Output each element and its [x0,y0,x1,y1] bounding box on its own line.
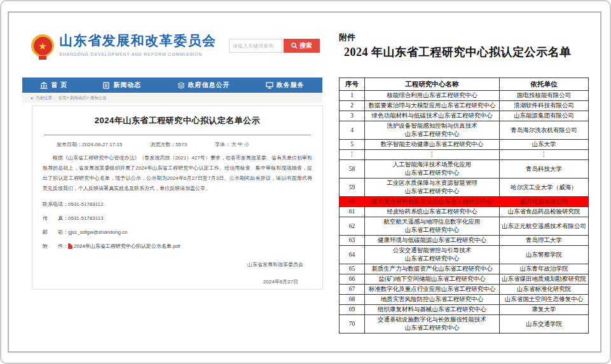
row-org: 山东交通学院 [500,315,589,334]
nav-item-news[interactable]: 新闻动态 [103,81,141,90]
row-no: ⋮ [340,150,365,160]
row-no: 3 [340,111,365,121]
row-no: 58 [340,160,365,179]
publish-date-value: 2024-06-27 17:15 [82,142,122,147]
contact-fax-value: 0531-51783113 [68,215,103,221]
row-center-name: 核能综合利用山东省工程研究中心 [365,91,500,101]
gov-website-panel: ★ 山东省发展和改革委员会 SHANDONG DEVELOPMENT AND R… [9,13,327,351]
emblem-ribbon [39,56,46,60]
header-org: 依托单位 [500,78,589,91]
contact-email-value: gjsc_sdfgw@shandong.cn [68,229,128,235]
breadcrumb-path[interactable]: 首页> 新闻动态> 通知公告 [58,95,106,101]
row-org: 青岛科技大学 [500,160,589,179]
row-no: 69 [340,305,365,315]
row-org: 山东警察学院 [500,246,589,264]
font-size-large[interactable]: 大 [231,142,237,147]
row-no: 5 [340,140,365,150]
row-org: 山东大学 [500,140,589,150]
row-no: 70 [340,315,365,334]
table-row: 62航空航天遥感与地理信息数字化应用 山东省工程研究中心山东正元航空遥感技术有限… [340,217,589,236]
row-org: 山东正元航空遥感技术有限公司 [500,217,589,236]
font-size-small[interactable]: 小 [244,142,249,147]
row-no: 67 [340,285,365,295]
row-no: 4 [340,121,365,140]
table-row: 60橡胶复合材料创新及应用山东省工程研究中心威力轮胎有限公司 [340,197,589,207]
row-center-name: 绿色功能材料与低碳技术山东省工程研究中心 [365,111,500,121]
row-org: 浪潮软件科技有限公司 [500,101,589,111]
row-center-name: 数字智能主动健康山东省工程研究中心 [365,140,500,150]
attachment-document-panel: 附件 2024 年山东省工程研究中心拟认定公示名单 序号 工程研究中心名称 依托… [339,13,596,351]
row-org: 山东能源集团有限公司 [500,111,589,121]
row-org: 国电投核能有限公司 [500,91,589,101]
row-org: 威力轮胎有限公司 [500,197,589,207]
row-no: 65 [340,264,365,274]
row-center-name: 航空航天遥感与地理信息数字化应用 山东省工程研究中心 [365,217,500,236]
view-count: 浏览次数：5573 [150,141,187,148]
location-icon: ▲ [30,96,34,100]
contact-email: 邮 箱：gjsc_sdfgw@shandong.cn [43,229,312,236]
attachment-label: 附件 [339,32,355,43]
contact-phone-value: 0531-51783112 [68,201,103,207]
row-org: 康复大学 [500,305,589,315]
table-row: 67标准数字化及重点行业应用山东省工程研究中心山东省标准化研究院 [340,285,589,295]
font-size-medium[interactable]: 中 [238,142,243,147]
table-row: 3绿色功能材料与低碳技术山东省工程研究中心山东能源集团有限公司 [340,111,589,121]
view-count-label: 浏览次数： [150,142,175,147]
font-size-switcher: 字体：大中小 [215,141,249,148]
row-no: 64 [340,246,365,264]
font-size-label: 字体： [215,142,230,147]
table-row: 59工业区水质保障与水资源智慧管理 山东省工程研究中心哈尔滨工业大学（威海） [340,179,589,197]
row-no: 61 [340,207,365,217]
row-center-name: 标准数字化及重点行业应用山东省工程研究中心 [365,285,500,295]
nav-item-home[interactable]: 首 页 [40,81,67,90]
row-center-name: ⋮ [365,150,500,160]
nav-item-info-disclosure[interactable]: 政府信息公开 [177,81,230,90]
row-center-name: 工业区水质保障与水资源智慧管理 山东省工程研究中心 [365,179,500,197]
row-org: 山东省煤田地质规划勘察研究院 [500,274,589,285]
article-meta: 发布日期：2024-06-27 17:15 浏览次数：5573 字体：大中小 [43,141,312,148]
row-center-name: 数据要素治理与大模型应用山东省工程研究中心 [365,101,500,111]
site-header: ★ 山东省发展和改革委员会 SHANDONG DEVELOPMENT AND R… [22,32,322,70]
table-row: 70交通基础设施数字化与长效服役性能技术 山东省工程研究中心山东交通学院 [340,315,589,334]
view-count-value: 5573 [175,142,187,147]
home-building-icon [40,82,48,89]
row-no: 62 [340,217,365,236]
row-no: 68 [340,295,365,305]
nav-label-services: 政务服务 [277,81,305,90]
search-button[interactable]: 搜索 [284,39,320,53]
table-row: 58人工智能海洋技术场景化应用 山东省工程研究中心青岛科技大学 [340,160,589,179]
row-org: 山东青年政治学院 [500,264,589,274]
search-input[interactable] [229,39,282,53]
row-center-name: 经皮给药系统山东省工程研究中心 [365,207,500,217]
contact-phone: 联系电话：0531-51783112 [43,201,312,208]
row-org: 山东省国土空间生态修复中心 [500,295,589,305]
row-org: 青岛理工大学 [500,236,589,246]
attachment-line-label: 附 件： [43,243,68,250]
row-no: 1 [340,91,365,101]
row-center-name: 橡胶复合材料创新及应用山东省工程研究中心 [365,197,500,207]
nav-label-info-disclosure: 政府信息公开 [188,81,230,90]
layers-icon [177,82,185,89]
row-no: 66 [340,274,365,285]
attachment-pdf-link[interactable]: 2024年山东省工程研究中心拟认定公示名单.pdf [74,243,180,250]
row-org: 青岛海尔洗衣机有限公司 [500,121,589,140]
contact-fax-label: 传 真： [43,215,68,222]
header-no: 序号 [340,78,365,91]
publish-date-label: 发布日期： [57,142,82,147]
publish-date: 发布日期：2024-06-27 17:15 [57,141,122,148]
main-navbar: 首 页 新闻动态 [22,78,322,93]
article-body: 根据《山东省工程研究中心管理办法》（鲁发改高技（2021）427号）要求，在各市… [43,153,312,194]
row-center-name: 洗护设备智能感知控制与仿真技术 山东省工程研究中心 [365,121,500,140]
row-org: 山东省食品药品检验研究院 [500,207,589,217]
table-row: 65新质生产力与数据资产化山东省工程研究中心山东青年政治学院 [340,264,589,274]
row-center-name: 盐(矿)地下空间储能山东省工程研究中心 [365,274,500,285]
row-no: 2 [340,101,365,111]
attachment-line: 附 件： 2024年山东省工程研究中心拟认定公示名单.pdf [43,243,312,250]
attachment-table: 序号 工程研究中心名称 依托单位 1核能综合利用山东省工程研究中心国电投核能有限… [339,78,589,334]
row-center-name: 地质灾害风险防控山东省工程研究中心 [365,295,500,305]
monitor-icon [266,82,273,89]
nav-item-services[interactable]: 政务服务 [266,81,305,90]
national-emblem-logo: ★ [31,34,54,60]
news-icon [103,82,110,89]
breadcrumb: ▲ 当前位置： 首页> 新闻动态> 通知公告 [22,93,322,103]
